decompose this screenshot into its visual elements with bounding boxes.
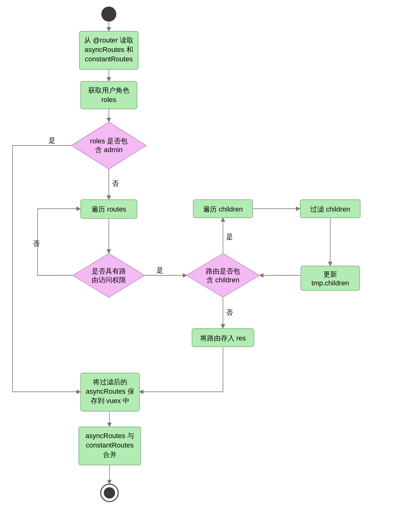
edges-group: 否 是 否 是 是 否	[13, 22, 330, 483]
svg-text:将过滤后的: 将过滤后的	[93, 378, 127, 386]
node-saveVuex: 将过滤后的 asyncRoutes 保 存到 vuex 中	[81, 373, 139, 411]
edge-pushRes-saveVuex	[140, 347, 223, 392]
node-iterateRoutes: 遍历 routes	[81, 200, 137, 218]
svg-text:tmp.children: tmp.children	[311, 279, 349, 287]
svg-text:获取用户角色: 获取用户角色	[88, 86, 129, 94]
svg-text:asyncRoutes 和: asyncRoutes 和	[84, 46, 133, 54]
svg-text:由访问权限: 由访问权限	[92, 276, 126, 284]
node-updateTmp: 更新 tmp.children	[301, 266, 360, 290]
svg-text:从 @router 读取: 从 @router 读取	[84, 36, 134, 44]
svg-marker-12	[73, 253, 145, 297]
svg-rect-4	[81, 81, 137, 109]
svg-text:合并: 合并	[103, 451, 117, 458]
node-readRouter: 从 @router 读取 asyncRoutes 和 constantRoute…	[79, 31, 138, 69]
svg-text:asyncRoutes  与: asyncRoutes 与	[85, 432, 134, 440]
edge-hasAdmin-saveVuex	[13, 146, 80, 392]
svg-text:是否具有路: 是否具有路	[92, 267, 126, 275]
edge-label-hasPermission-no: 否	[33, 240, 40, 248]
svg-text:路由是否包: 路由是否包	[206, 267, 240, 275]
node-end	[101, 484, 118, 502]
svg-text:含 children: 含 children	[206, 276, 239, 284]
svg-point-36	[104, 487, 115, 499]
edge-label-hasAdmin-yes: 是	[48, 136, 55, 144]
svg-text:过滤 children: 过滤 children	[310, 205, 350, 213]
node-hasAdmin: roles 是否包 含 admin	[71, 122, 146, 169]
node-merge: asyncRoutes 与 constantRoutes 合并	[79, 427, 141, 465]
svg-text:roles 是否包: roles 是否包	[90, 137, 128, 145]
svg-text:存到 vuex 中: 存到 vuex 中	[91, 397, 130, 405]
node-start	[101, 7, 116, 22]
edge-label-hasAdmin-no: 否	[112, 180, 119, 187]
node-hasChildren: 路由是否包 含 children	[186, 253, 260, 297]
node-iterateChildren: 遍历 children	[193, 200, 253, 218]
node-getRoles: 获取用户角色 roles	[81, 81, 137, 109]
edge-hasPermission-iterateRoutes	[38, 209, 80, 275]
node-pushRes: 将路由存入 res	[192, 329, 254, 347]
svg-text:遍历 routes: 遍历 routes	[91, 205, 126, 213]
svg-text:roles: roles	[101, 96, 116, 104]
svg-text:更新: 更新	[323, 270, 337, 278]
node-hasPermission: 是否具有路 由访问权限	[73, 253, 145, 297]
node-filterChildren: 过滤 children	[300, 200, 360, 218]
svg-marker-15	[186, 253, 260, 297]
svg-text:constantRoutes: constantRoutes	[86, 441, 134, 449]
svg-text:将路由存入 res: 将路由存入 res	[200, 334, 246, 342]
edge-label-hasChildren-no: 否	[226, 309, 233, 316]
svg-text:asyncRoutes 保: asyncRoutes 保	[86, 387, 134, 395]
edge-label-hasChildren-yes: 是	[226, 233, 233, 241]
svg-text:constantRoutes: constantRoutes	[85, 55, 133, 63]
svg-text:遍历 children: 遍历 children	[203, 205, 243, 213]
edge-label-hasPermission-yes: 是	[156, 266, 163, 274]
svg-text:含 admin: 含 admin	[95, 146, 123, 154]
